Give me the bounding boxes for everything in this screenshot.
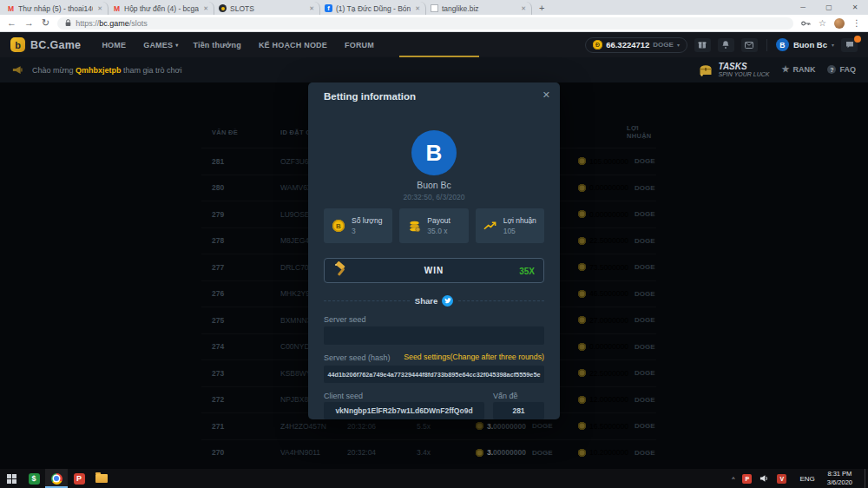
bet-zeros: 00000000 [493, 422, 526, 431]
tab-close-icon[interactable]: ✕ [520, 5, 527, 12]
key-icon[interactable] [801, 20, 811, 27]
minimize-button[interactable]: ─ [790, 0, 816, 15]
profit-main: 73.5 [589, 263, 604, 272]
cell-profit: 0.00000000 DOGE [564, 183, 656, 192]
page: b BC.Game HOME GAMES ▾ Tiền thưởng KẾ HO… [0, 32, 868, 469]
taskbar-clock[interactable]: 8:31 PM 3/6/2020 [827, 470, 852, 487]
browser-tab[interactable]: SLOTS ✕ [214, 2, 320, 15]
bookmark-star-icon[interactable]: ☆ [819, 18, 826, 28]
tab-favicon-icon [325, 4, 332, 12]
coin-icon [578, 396, 586, 404]
avatar: B [411, 130, 457, 175]
balance-selector[interactable]: Ð 66.3224712 DOGE ▾ [585, 37, 687, 53]
taskbar-app-explorer[interactable] [90, 469, 113, 488]
nav-item[interactable]: HOME [102, 32, 128, 57]
server-seed-hash-field[interactable]: 44d1b206f762a749e4a77329444f8fd733b895e6… [324, 366, 544, 383]
start-button[interactable] [0, 469, 23, 488]
coin-icon [578, 290, 586, 298]
profit-currency: DOGE [635, 237, 655, 245]
windows-logo-icon [7, 474, 16, 484]
taskbar-app-pinterest[interactable]: P [68, 469, 90, 488]
cell-issue: 276 [201, 289, 269, 298]
profit-zeros: 000000 [604, 369, 628, 378]
show-desktop-button[interactable] [865, 469, 868, 488]
maximize-button[interactable]: ▢ [816, 0, 842, 15]
cell-bet-amount: 3.00000000 DOGE [451, 422, 564, 431]
brand-logo[interactable]: b BC.Game [10, 37, 81, 52]
table-row[interactable]: 270 VA4HN9011 20:32:04 3.4x 3.00000000 D… [201, 439, 656, 466]
tray-v-app-icon[interactable]: V [777, 474, 786, 484]
cell-bet-id: VA4HN9011 [269, 448, 339, 457]
seed-settings-link[interactable]: Seed settings(Change after three rounds) [404, 353, 544, 361]
announcement-username: Qmhbxjetpb [76, 66, 122, 75]
taskbar-app-chrome[interactable] [45, 469, 68, 488]
forward-button[interactable]: → [24, 18, 34, 28]
tab-close-icon[interactable]: ✕ [202, 5, 209, 12]
folder-icon [95, 474, 108, 483]
client-seed-label: Client seed [324, 392, 363, 400]
browser-profile-avatar[interactable] [834, 18, 845, 29]
tray-pinterest-icon[interactable]: P [742, 474, 752, 484]
browser-tab[interactable]: (1) Tạ Đức Dũng - Bóng Thanh N ✕ [320, 2, 426, 15]
server-seed-field[interactable] [324, 326, 544, 345]
tab-close-icon[interactable]: ✕ [96, 5, 103, 12]
share-button[interactable]: Share [415, 295, 453, 307]
cell-profit: 105.000000 DOGE [564, 157, 656, 166]
profit-main: 105. [589, 157, 604, 166]
browser-tab[interactable]: Thư nháp (5) - thoai14071997@ ✕ [3, 2, 108, 15]
cell-payout: 3.4x [395, 448, 451, 457]
announcement-prefix: Chào mừng [32, 66, 76, 75]
rank-link[interactable]: ★ RANK [782, 65, 816, 74]
chat-icon [845, 41, 854, 49]
tab-title: Thư nháp (5) - thoai14071997@ [18, 4, 93, 13]
tab-close-icon[interactable]: ✕ [308, 5, 315, 12]
back-button[interactable]: ← [7, 18, 16, 28]
nav-item[interactable]: KẾ HOẠCH NODE [259, 32, 330, 57]
toolbar-right: ☆ ⋮ [801, 18, 861, 29]
cell-profit: 0.00000000 DOGE [564, 342, 656, 351]
tray-expand-icon[interactable]: ^ [732, 476, 734, 482]
coins-stack-icon [407, 219, 421, 233]
notifications-button[interactable] [718, 38, 734, 52]
stat-value: 35.0 x [427, 227, 450, 235]
nav-item[interactable]: FORUM [345, 32, 377, 57]
close-button[interactable]: ✕ [842, 0, 868, 15]
coin-icon [578, 449, 586, 457]
faq-link[interactable]: ? FAQ [827, 65, 856, 74]
new-tab-button[interactable]: + [539, 3, 544, 13]
client-seed-field[interactable]: vkNngbp1ElFR2b7w1Ld6DWnF2ffQo9d [324, 402, 484, 419]
taskbar-app-money[interactable]: $ [23, 469, 45, 488]
tasks-link[interactable]: TASKS SPIN YOUR LUCK [698, 62, 770, 79]
volume-icon[interactable] [760, 474, 769, 483]
browser-tab[interactable]: Hộp thư đến (4) - bcgameboun ✕ [108, 2, 214, 15]
clock-time: 8:31 PM [827, 470, 852, 478]
messages-button[interactable] [741, 38, 758, 52]
browser-tab[interactable]: tanglike.biz ✕ [426, 2, 532, 15]
url-host: bc.game [99, 19, 129, 28]
coin-icon [578, 422, 586, 430]
user-menu[interactable]: B Buon Bc ▾ [776, 38, 834, 51]
cell-payout: 5.5x [395, 422, 451, 431]
tab-close-icon[interactable]: ✕ [414, 5, 421, 12]
nonce-field[interactable]: 281 [493, 402, 544, 419]
announcement-text: Chào mừng Qmhbxjetpb tham gia trò chơi [32, 66, 182, 75]
chrome-icon [51, 473, 62, 485]
profit-zeros: 000000 [604, 448, 628, 457]
tab-favicon-icon [113, 4, 121, 12]
bet-zeros: 00000000 [493, 448, 526, 457]
browser-menu-icon[interactable]: ⋮ [852, 18, 861, 28]
chevron-down-icon: ▾ [677, 42, 680, 48]
address-bar[interactable]: https://bc.game/slots [57, 17, 793, 30]
balance-currency: DOGE [653, 41, 674, 49]
rewards-button[interactable] [694, 38, 711, 52]
coin-icon [578, 343, 586, 351]
modal-close-icon[interactable]: ✕ [542, 89, 550, 101]
profit-currency: DOGE [635, 210, 655, 218]
nav-item[interactable]: Tiền thưởng [193, 32, 243, 57]
reload-button[interactable]: ↻ [42, 18, 49, 28]
stat-payout: Payout 35.0 x [399, 208, 468, 243]
language-indicator[interactable]: ENG [799, 475, 814, 483]
twitter-icon[interactable] [442, 295, 453, 307]
nav-item[interactable]: GAMES ▾ [143, 32, 178, 57]
chat-button[interactable] [841, 38, 858, 52]
